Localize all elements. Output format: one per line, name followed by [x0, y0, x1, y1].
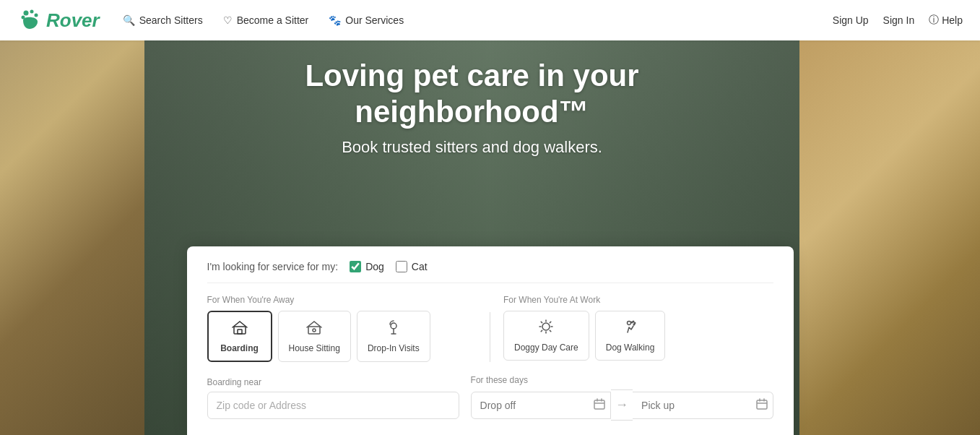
away-service-group: For When You're Away Boarding House Sitt…	[207, 295, 477, 362]
nav-our-services[interactable]: 🐾 Our Services	[329, 14, 404, 26]
location-input-wrap	[207, 392, 459, 419]
dog-checkbox[interactable]	[350, 261, 361, 272]
search-icon: 🔍	[123, 14, 135, 26]
away-service-buttons: Boarding House Sitting Drop-In Visits	[207, 311, 477, 362]
service-divider	[490, 312, 490, 362]
drop-in-label: Drop-In Visits	[368, 343, 420, 353]
svg-point-1	[30, 10, 34, 14]
boarding-label: Boarding	[220, 343, 259, 353]
location-field-group: Boarding near	[207, 377, 459, 419]
dog-label: Dog	[365, 261, 384, 272]
dog-walking-label: Dog Walking	[606, 343, 655, 353]
sign-in-link[interactable]: Sign In	[883, 14, 915, 26]
rover-logo-text: Rover	[46, 9, 100, 32]
pet-selector: I'm looking for service for my: Dog Cat	[207, 261, 773, 283]
svg-rect-4	[234, 327, 246, 334]
svg-point-9	[542, 323, 550, 330]
hero-section: Loving pet care in your neighborhood™ Bo…	[0, 0, 980, 435]
dropoff-input[interactable]	[471, 392, 611, 419]
heart-icon: ♡	[223, 14, 233, 26]
work-service-group: For When You're At Work Doggy Day Care D…	[503, 295, 773, 362]
search-card: I'm looking for service for my: Dog Cat …	[187, 246, 794, 435]
svg-point-7	[313, 329, 316, 332]
house-sitting-icon	[306, 319, 322, 339]
help-icon: ⓘ	[929, 14, 939, 27]
hero-cat-image	[0, 0, 144, 435]
nav-become-sitter[interactable]: ♡ Become a Sitter	[223, 14, 309, 26]
work-group-label: For When You're At Work	[503, 295, 773, 305]
svg-point-14	[632, 321, 634, 323]
cat-label: Cat	[412, 261, 428, 272]
boarding-button[interactable]: Boarding	[207, 311, 272, 362]
date-field-group: For these days →	[471, 375, 773, 421]
nav-right: Sign Up Sign In ⓘ Help	[833, 14, 963, 27]
date-arrow-icon: →	[611, 389, 633, 421]
drop-in-icon	[386, 319, 402, 339]
doggy-day-care-button[interactable]: Doggy Day Care	[503, 311, 589, 361]
doggy-day-care-label: Doggy Day Care	[514, 343, 578, 353]
cat-checkbox[interactable]	[396, 261, 407, 272]
pickup-input-wrap	[633, 392, 773, 419]
services-row: For When You're Away Boarding House Sitt…	[207, 295, 773, 362]
house-sitting-button[interactable]: House Sitting	[278, 311, 351, 362]
help-link[interactable]: ⓘ Help	[929, 14, 963, 27]
boarding-icon	[232, 319, 248, 339]
date-inputs: →	[471, 389, 773, 421]
dog-checkbox-item[interactable]: Dog	[350, 261, 384, 272]
rover-logo-icon	[17, 7, 43, 33]
location-label: Boarding near	[207, 377, 459, 387]
svg-point-10	[627, 322, 630, 325]
nav-search-sitters[interactable]: 🔍 Search Sitters	[123, 14, 203, 26]
svg-rect-5	[238, 330, 242, 334]
location-input[interactable]	[207, 392, 459, 419]
house-sitting-label: House Sitting	[289, 343, 340, 353]
drop-in-visits-button[interactable]: Drop-In Visits	[357, 311, 430, 362]
svg-point-2	[35, 14, 38, 17]
logo[interactable]: Rover	[17, 7, 100, 33]
nav-links: 🔍 Search Sitters ♡ Become a Sitter 🐾 Our…	[123, 14, 833, 26]
pet-selector-label: I'm looking for service for my:	[207, 261, 339, 272]
fields-row: Boarding near For these days →	[207, 375, 773, 435]
hero-subtitle: Book trusted sitters and dog walkers.	[342, 138, 602, 157]
cat-checkbox-item[interactable]: Cat	[396, 261, 428, 272]
hero-dog-image	[799, 0, 980, 435]
doggy-day-care-icon	[538, 319, 554, 338]
sign-up-link[interactable]: Sign Up	[833, 14, 869, 26]
date-label: For these days	[471, 375, 773, 385]
dog-walking-icon	[623, 319, 638, 338]
away-group-label: For When You're Away	[207, 295, 477, 305]
paw-icon: 🐾	[329, 14, 341, 26]
hero-title: Loving pet care in your neighborhood™	[270, 58, 675, 131]
dropoff-input-wrap	[471, 392, 611, 419]
svg-rect-6	[308, 327, 320, 334]
svg-point-8	[391, 323, 396, 329]
dog-walking-button[interactable]: Dog Walking	[595, 311, 666, 361]
svg-point-0	[24, 11, 29, 16]
navbar: Rover 🔍 Search Sitters ♡ Become a Sitter…	[0, 0, 980, 40]
work-service-buttons: Doggy Day Care Dog Walking	[503, 311, 773, 361]
pickup-input[interactable]	[633, 392, 773, 419]
